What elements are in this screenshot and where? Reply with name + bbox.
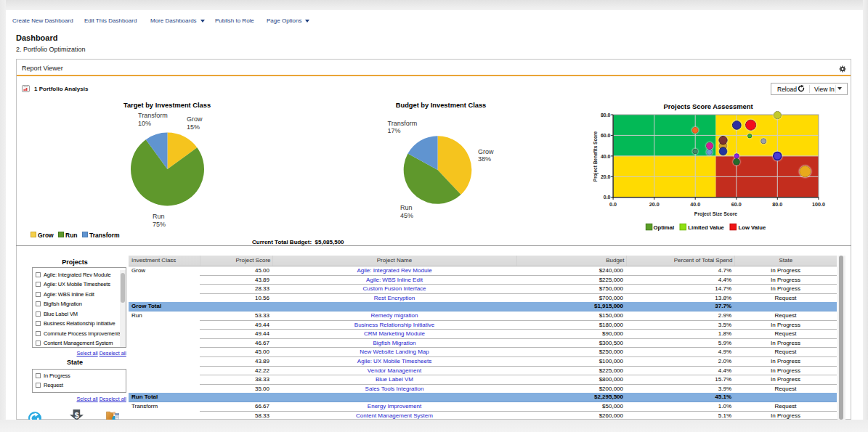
svg-text:Optimal: Optimal xyxy=(654,224,675,231)
svg-text:80.0: 80.0 xyxy=(601,113,611,118)
svg-text:0.0: 0.0 xyxy=(604,195,611,200)
svg-text:Limited Value: Limited Value xyxy=(688,224,724,231)
svg-text:20.0: 20.0 xyxy=(649,201,660,208)
svg-text:80.0: 80.0 xyxy=(772,201,782,208)
svg-text:60.0: 60.0 xyxy=(731,201,742,208)
svg-text:60.0: 60.0 xyxy=(601,133,611,138)
svg-text:0.0: 0.0 xyxy=(609,201,617,208)
svg-text:20.0: 20.0 xyxy=(601,174,611,179)
svg-text:40.0: 40.0 xyxy=(601,154,611,159)
svg-text:$: $ xyxy=(75,411,79,420)
svg-text:Low Value: Low Value xyxy=(739,224,766,231)
svg-text:40.0: 40.0 xyxy=(690,201,700,208)
svg-text:100.0: 100.0 xyxy=(812,201,825,208)
svg-text:Project Size Score: Project Size Score xyxy=(694,211,738,217)
